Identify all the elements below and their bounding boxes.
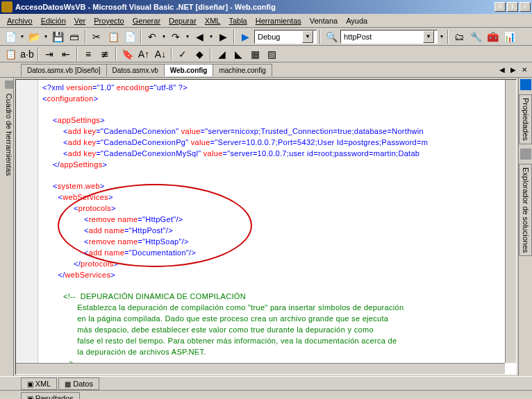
new-dropdown[interactable]: ▾ — [19, 33, 25, 40]
save-button[interactable]: 💾 — [50, 29, 65, 44]
window-title: AccesoDatosWsVB - Microsoft Visual Basic… — [15, 3, 493, 11]
comment-button[interactable]: ≡ — [81, 46, 96, 62]
main-area: Cuadro de herramientas <?xml version="1.… — [0, 78, 532, 376]
tab-webconfig[interactable]: Web.config — [164, 64, 214, 76]
separator — [210, 47, 211, 61]
maximize-button[interactable]: 1 — [507, 2, 518, 12]
target-value: httpPost — [344, 33, 372, 41]
find-dropdown[interactable]: ▾ — [439, 33, 444, 40]
separator — [115, 47, 117, 61]
menu-proyecto[interactable]: Proyecto — [90, 15, 128, 26]
separator — [85, 30, 86, 44]
misc-button1[interactable]: ◢ — [214, 46, 229, 62]
config-value: Debug — [258, 33, 280, 41]
menu-generar[interactable]: Generar — [128, 15, 165, 26]
config-combo[interactable]: Debug ▼ — [254, 30, 317, 44]
cut-button[interactable]: ✂ — [89, 29, 104, 44]
solution-explorer-button[interactable]: 🗂 — [451, 29, 467, 44]
tab-nav: ◀ ▶ ✕ — [497, 65, 529, 75]
menu-xml[interactable]: XML — [201, 15, 225, 26]
tab-datos-diseno[interactable]: Datos.asmx.vb [Diseño] — [21, 64, 107, 76]
nav-back-dropdown[interactable]: ▾ — [208, 33, 214, 40]
nav-fwd-button[interactable]: ▶ — [215, 29, 231, 44]
outdent-button[interactable]: ⇤ — [58, 46, 74, 62]
misc-button2[interactable]: ◣ — [231, 46, 246, 62]
editor-margin — [16, 80, 38, 374]
menu-edicion[interactable]: Edición — [37, 15, 70, 26]
chevron-down-icon[interactable]: ▼ — [302, 31, 313, 43]
tab-next-button[interactable]: ▶ — [508, 65, 518, 75]
separator — [38, 47, 39, 61]
code-editor[interactable]: <?xml version="1.0" encoding="utf-8" ?> … — [15, 79, 517, 375]
menu-depurar[interactable]: Depurar — [165, 15, 201, 26]
menu-tabla[interactable]: Tabla — [224, 15, 251, 26]
editor-view-tabs: ▣ XML ▦ Datos — [0, 376, 532, 390]
new-button[interactable]: 📄 — [3, 29, 18, 44]
tab-prev-button[interactable]: ◀ — [497, 65, 507, 75]
titlebar: AccesoDatosWsVB - Microsoft Visual Basic… — [0, 0, 532, 14]
app-icon — [1, 1, 13, 12]
close-button[interactable]: r — [519, 2, 531, 12]
menubar: Archivo Edición Ver Proyecto Generar Dep… — [0, 14, 532, 28]
nav-back-button[interactable]: ◀ — [192, 29, 207, 44]
right-panels: Propiedades Explorador de soluciones — [518, 78, 532, 376]
toolbar-main: 📄▾ 📂▾ 💾 🗃 ✂ 📋 📄 ↶▾ ↷▾ ◀▾ ▶ ▶ Debug ▼ 🔍 h… — [0, 28, 532, 46]
target-combo[interactable]: httpPost ▼ — [340, 30, 438, 44]
redo-dropdown[interactable]: ▾ — [185, 33, 190, 40]
resultados-tab[interactable]: ▣ Resultados — [21, 392, 80, 399]
document-tabs: Datos.asmx.vb [Diseño] Datos.asmx.vb Web… — [0, 62, 532, 78]
properties-button[interactable]: 🔧 — [468, 29, 483, 44]
separator — [233, 30, 235, 44]
panel-propiedades[interactable]: Propiedades — [519, 94, 532, 144]
undo-dropdown[interactable]: ▾ — [161, 33, 167, 40]
uncomment-button[interactable]: ≢ — [97, 46, 113, 62]
toolbox-button[interactable]: 🧰 — [485, 29, 500, 44]
menu-ventana[interactable]: Ventana — [306, 15, 342, 26]
xml-btn1[interactable]: 📋 — [3, 46, 18, 62]
tab-datos-asmx[interactable]: Datos.asmx.vb — [106, 64, 165, 76]
view-xml-tab[interactable]: ▣ XML — [21, 377, 57, 390]
menu-ver[interactable]: Ver — [70, 15, 90, 26]
minimize-button[interactable]: 0 — [494, 2, 506, 12]
undo-button[interactable]: ↶ — [144, 29, 160, 44]
xml-btn2[interactable]: a·b — [19, 46, 35, 62]
tab-close-button[interactable]: ✕ — [519, 65, 529, 75]
pin-icon — [5, 80, 13, 89]
editor-container: <?xml version="1.0" encoding="utf-8" ?> … — [14, 78, 518, 376]
results-row: ▣ Resultados — [0, 390, 532, 399]
menu-archivo[interactable]: Archivo — [3, 15, 37, 26]
class-view-button[interactable]: 📊 — [501, 29, 517, 44]
toolbar-xml: 📋 a·b ⇥ ⇤ ≡ ≢ 🔖 A↑ A↓ ✓ ◆ ◢ ◣ ▦ ▨ — [0, 46, 532, 62]
separator — [319, 30, 321, 44]
explorer-icon[interactable] — [520, 148, 531, 160]
separator — [140, 30, 142, 44]
menu-herramientas[interactable]: Herramientas — [251, 15, 306, 26]
scrollbar-horizontal[interactable] — [16, 363, 505, 374]
chevron-down-icon[interactable]: ▼ — [423, 31, 434, 43]
find-button[interactable]: 🔍 — [324, 29, 339, 44]
indent-button[interactable]: ⇥ — [42, 46, 57, 62]
misc-button3[interactable]: ▦ — [247, 46, 263, 62]
paste-button[interactable]: 📄 — [122, 29, 138, 44]
validate-button[interactable]: ✓ — [175, 46, 190, 62]
left-panel-toolbox[interactable]: Cuadro de herramientas — [0, 78, 14, 376]
menu-ayuda[interactable]: Ayuda — [342, 15, 372, 26]
bookmark-button[interactable]: 🔖 — [119, 46, 135, 62]
redo-button[interactable]: ↷ — [168, 29, 183, 44]
view-datos-tab[interactable]: ▦ Datos — [58, 377, 99, 390]
separator — [447, 30, 449, 44]
save-all-button[interactable]: 🗃 — [67, 29, 82, 44]
copy-button[interactable]: 📋 — [106, 29, 121, 44]
tab-machineconfig[interactable]: machine.config — [213, 64, 272, 76]
misc-button4[interactable]: ▨ — [264, 46, 279, 62]
start-button[interactable]: ▶ — [238, 29, 253, 44]
open-button[interactable]: 📂 — [26, 29, 42, 44]
scrollbar-vertical[interactable] — [505, 80, 516, 363]
panel-explorador[interactable]: Explorador de soluciones — [519, 164, 532, 257]
decrease-font-button[interactable]: A↓ — [153, 46, 168, 62]
help-icon[interactable] — [520, 79, 531, 90]
increase-font-button[interactable]: A↑ — [136, 46, 151, 62]
left-panel-label: Cuadro de herramientas — [5, 94, 13, 176]
open-dropdown[interactable]: ▾ — [43, 33, 49, 40]
schema-button[interactable]: ◆ — [192, 46, 207, 62]
